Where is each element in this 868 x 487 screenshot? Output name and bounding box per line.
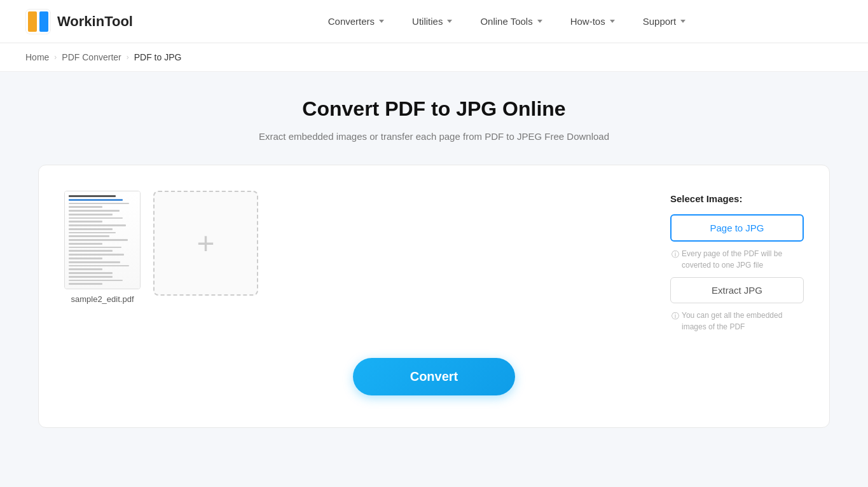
info-icon-1: ⓘ	[672, 249, 679, 260]
chevron-down-icon	[537, 20, 542, 23]
page-title: Convert PDF to JPG Online	[38, 97, 830, 121]
thumb-preview	[64, 191, 141, 289]
nav-converters[interactable]: Converters	[314, 0, 398, 43]
breadcrumb: Home › PDF Converter › PDF to JPG	[0, 43, 868, 72]
breadcrumb-sep-1: ›	[54, 53, 57, 62]
nav-online-tools[interactable]: Online Tools	[466, 0, 556, 43]
extract-jpg-hint: ⓘ You can get all the embedded images of…	[670, 310, 804, 333]
sidebar-options: Selecet Images: Page to JPG ⓘ Every page…	[670, 191, 804, 333]
main-nav: Converters Utilities Online Tools How-to…	[171, 0, 843, 43]
converter-card: sample2_edit.pdf + Selecet Images: Page …	[38, 165, 830, 428]
file-thumbnail: sample2_edit.pdf	[64, 191, 141, 304]
nav-how-tos[interactable]: How-tos	[556, 0, 629, 43]
chevron-down-icon	[379, 20, 384, 23]
file-name: sample2_edit.pdf	[71, 294, 134, 304]
main-content: Convert PDF to JPG Online Exract embedde…	[0, 72, 868, 485]
logo-text: WorkinTool	[57, 13, 133, 30]
header: WorkinTool Converters Utilities Online T…	[0, 0, 868, 43]
chevron-down-icon	[447, 20, 452, 23]
files-area: sample2_edit.pdf +	[64, 191, 651, 304]
pdf-preview-content	[65, 191, 140, 289]
logo-icon	[25, 9, 51, 34]
card-content: sample2_edit.pdf + Selecet Images: Page …	[64, 191, 804, 333]
select-images-label: Selecet Images:	[670, 193, 804, 204]
chevron-down-icon	[680, 20, 685, 23]
page-to-jpg-hint: ⓘ Every page of the PDF will be coverted…	[670, 248, 804, 271]
convert-button[interactable]: Convert	[353, 358, 516, 395]
chevron-down-icon	[610, 20, 615, 23]
breadcrumb-sep-2: ›	[127, 53, 129, 62]
nav-support[interactable]: Support	[629, 0, 700, 43]
extract-jpg-button[interactable]: Extract JPG	[670, 277, 804, 303]
nav-utilities[interactable]: Utilities	[398, 0, 466, 43]
breadcrumb-current: PDF to JPG	[134, 52, 182, 62]
breadcrumb-parent[interactable]: PDF Converter	[62, 52, 121, 62]
page-to-jpg-button[interactable]: Page to JPG	[670, 214, 804, 242]
svg-rect-1	[28, 11, 37, 32]
plus-icon: +	[196, 228, 214, 259]
breadcrumb-home[interactable]: Home	[25, 52, 49, 62]
logo-link[interactable]: WorkinTool	[25, 9, 133, 34]
page-subtitle: Exract embedded images or transfer each …	[38, 131, 830, 142]
info-icon-2: ⓘ	[672, 310, 679, 322]
convert-button-wrap: Convert	[64, 358, 804, 395]
add-more-button[interactable]: +	[153, 191, 258, 296]
svg-rect-2	[39, 11, 48, 32]
